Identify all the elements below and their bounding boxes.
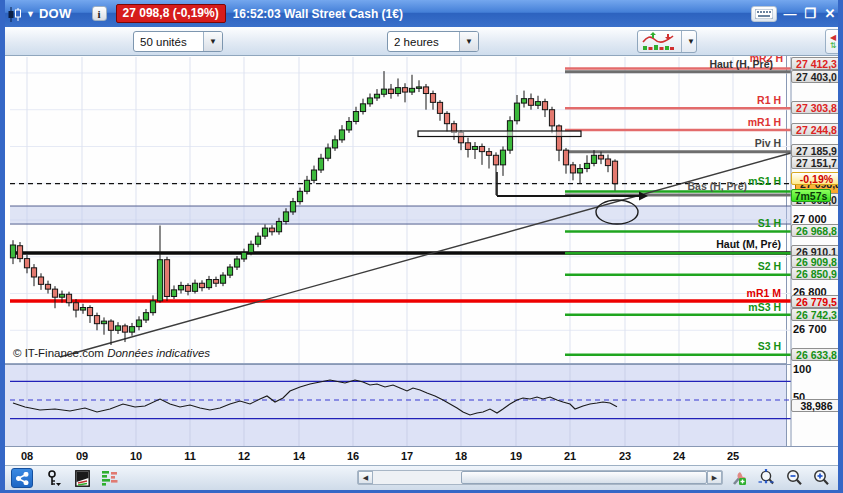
- units-dropdown-caret-icon[interactable]: ▼: [203, 32, 222, 51]
- indicators-caret-icon[interactable]: ▼: [681, 31, 695, 52]
- candle-countdown-badge: 7m57s: [791, 189, 831, 202]
- timeframe-dropdown-caret-icon[interactable]: ▼: [459, 32, 478, 51]
- axis-price-badge: 27 151,7: [791, 156, 842, 169]
- axis-price-badge: 26 742,3: [791, 308, 842, 321]
- axis-tick-label: 26 700: [793, 323, 827, 335]
- time-axis-label: 14: [293, 450, 305, 462]
- chart-scrollbar[interactable]: ◀ ▶: [357, 470, 723, 485]
- time-axis-label: 08: [21, 450, 33, 462]
- level-name-label: Bas (H, Pré): [687, 180, 747, 192]
- panel-splitter[interactable]: [5, 363, 786, 365]
- axis-price-badge: 26 968,8: [791, 224, 842, 237]
- indicators-chart-icon: [641, 32, 675, 51]
- zoom-in-button[interactable]: [810, 468, 832, 488]
- level-name-label: mS1 H: [748, 175, 781, 187]
- indicator-panel[interactable]: [5, 365, 786, 446]
- last-price-badge: 27 098,8 (-0,19%): [116, 4, 226, 23]
- time-axis-label: 25: [727, 450, 739, 462]
- indicators-button[interactable]: ▼: [637, 30, 697, 53]
- level-name-label: S1 H: [758, 217, 781, 229]
- share-button[interactable]: [11, 468, 33, 488]
- time-axis-label: 12: [238, 450, 250, 462]
- time-axis-label: 24: [673, 450, 685, 462]
- provider-watermark: © IT-Finance.com Données indicatives: [13, 347, 210, 359]
- scrollbar-thumb[interactable]: [461, 471, 707, 484]
- instrument-dropdown-caret[interactable]: ▼: [26, 9, 35, 19]
- orderbook-button[interactable]: [98, 468, 120, 488]
- level-name-label: mS3 H: [748, 301, 781, 313]
- time-axis-label: 11: [184, 450, 196, 462]
- axis-price-badge: 26 633,8: [791, 348, 842, 361]
- news-button[interactable]: [71, 468, 93, 488]
- level-name-label: R1 H: [757, 94, 781, 106]
- axis-price-badge: 26 850,9: [791, 267, 842, 280]
- key-button[interactable]: [43, 468, 65, 488]
- timeframe-dropdown[interactable]: 2 heures ▼: [387, 31, 479, 52]
- level-name-label: Piv H: [755, 137, 781, 149]
- zoom-out-button[interactable]: [783, 468, 805, 488]
- time-axis-label: 17: [401, 450, 413, 462]
- time-axis[interactable]: 0809101112141617181921232425: [5, 446, 838, 465]
- axis-price-badge: 27 403,0: [791, 70, 842, 83]
- keyboard-icon[interactable]: [751, 6, 777, 22]
- axis-price-badge: 38,986: [791, 399, 842, 412]
- axis-price-badge: 26 779,5: [791, 295, 842, 308]
- level-name-label: Haut (M, Pré): [716, 238, 781, 250]
- tools-button[interactable]: [728, 468, 750, 488]
- title-bar: ▼ DOW i 27 098,8 (-0,19%) 16:52:03 Wall …: [0, 0, 843, 27]
- info-button[interactable]: i: [92, 6, 107, 21]
- maximize-button[interactable]: ❐: [803, 6, 817, 21]
- bottom-toolbar: ◀ ▶: [5, 465, 838, 490]
- timeframe-dropdown-value: 2 heures: [388, 36, 459, 48]
- level-name-label: S2 H: [758, 260, 781, 272]
- scroll-left-icon[interactable]: ◀: [358, 471, 373, 484]
- axis-price-badge: 27 303,8: [791, 101, 842, 114]
- time-axis-label: 09: [76, 450, 88, 462]
- chart-toolbar: 50 unités ▼ 2 heures ▼ ▼ ◀ ⇅: [5, 27, 838, 56]
- time-axis-label: 19: [510, 450, 522, 462]
- time-axis-label: 16: [347, 450, 359, 462]
- instrument-candle-icon[interactable]: [7, 7, 23, 21]
- green-refresh-icon: ⇅: [830, 42, 837, 50]
- scroll-right-icon[interactable]: ▶: [707, 471, 722, 484]
- instrument-symbol[interactable]: DOW: [39, 6, 72, 21]
- level-name-label: mR1 M: [747, 287, 781, 299]
- zoom-box-button[interactable]: [755, 468, 777, 488]
- level-name-label: S3 H: [758, 340, 781, 352]
- time-axis-label: 18: [455, 450, 467, 462]
- time-axis-label: 10: [130, 450, 142, 462]
- collapse-sidebar-button[interactable]: ◀ ⇅: [825, 29, 841, 54]
- axis-price-badge: 27 412,3: [791, 57, 842, 70]
- main-chart-panel[interactable]: [5, 56, 786, 363]
- units-dropdown-value: 50 unités: [134, 36, 203, 48]
- close-button[interactable]: ✕: [823, 6, 837, 21]
- session-info: 16:52:03 Wall Street Cash (1€): [233, 7, 403, 21]
- variation-badge: -0,19%: [791, 172, 842, 185]
- level-name-label: mR1 H: [748, 116, 781, 128]
- time-axis-label: 21: [564, 450, 576, 462]
- time-axis-label: 23: [619, 450, 631, 462]
- axis-price-badge: 27 244,8: [791, 123, 842, 136]
- trading-window: ▼ DOW i 27 098,8 (-0,19%) 16:52:03 Wall …: [0, 0, 843, 493]
- units-dropdown[interactable]: 50 unités ▼: [133, 31, 223, 52]
- level-name-label: Haut (H, Pré): [709, 58, 773, 70]
- minimize-button[interactable]: —: [783, 6, 797, 21]
- axis-tick-label: 100: [793, 363, 811, 375]
